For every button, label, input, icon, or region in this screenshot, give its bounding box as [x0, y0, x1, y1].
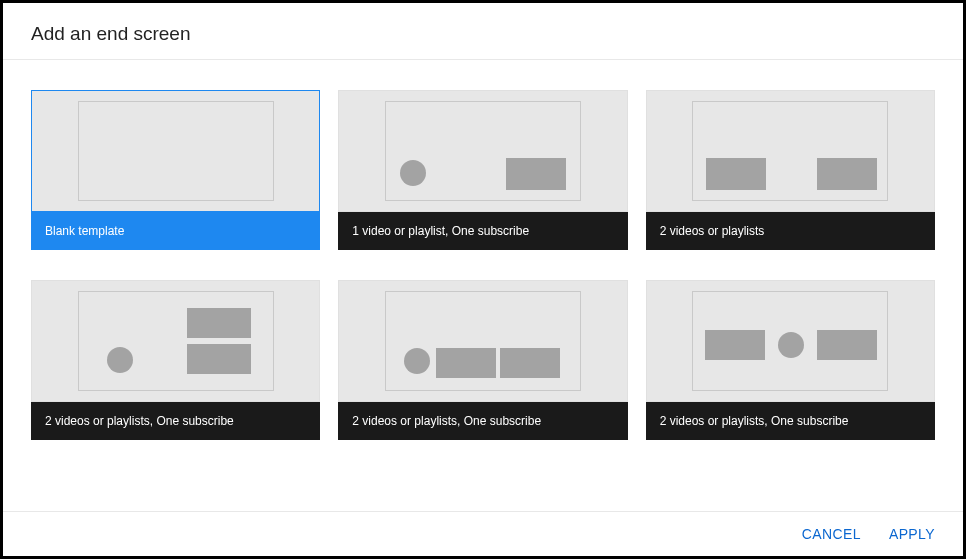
subscribe-circle-icon — [107, 347, 133, 373]
template-label: 1 video or playlist, One subscribe — [338, 212, 627, 250]
video-rect-icon — [706, 158, 766, 190]
preview-inner — [385, 291, 581, 391]
video-rect-icon — [705, 330, 765, 360]
preview-inner — [78, 101, 274, 201]
video-rect-icon — [187, 344, 251, 374]
template-card-2videos[interactable]: 2 videos or playlists — [646, 90, 935, 250]
template-row-2: 2 videos or playlists, One subscribe 2 v… — [31, 280, 935, 440]
template-card-1video-subscribe[interactable]: 1 video or playlist, One subscribe — [338, 90, 627, 250]
template-preview — [646, 90, 935, 212]
video-rect-icon — [187, 308, 251, 338]
end-screen-dialog: Add an end screen Blank template 1 video… — [3, 3, 963, 556]
template-card-2videos-subscribe-c[interactable]: 2 videos or playlists, One subscribe — [646, 280, 935, 440]
video-rect-icon — [436, 348, 496, 378]
subscribe-circle-icon — [778, 332, 804, 358]
template-preview — [338, 280, 627, 402]
preview-inner — [78, 291, 274, 391]
dialog-title: Add an end screen — [31, 23, 935, 45]
preview-inner — [385, 101, 581, 201]
apply-button[interactable]: APPLY — [889, 526, 935, 542]
template-label: Blank template — [31, 212, 320, 250]
template-label: 2 videos or playlists, One subscribe — [31, 402, 320, 440]
template-label: 2 videos or playlists, One subscribe — [338, 402, 627, 440]
template-card-blank[interactable]: Blank template — [31, 90, 320, 250]
dialog-header: Add an end screen — [3, 3, 963, 60]
preview-inner — [692, 291, 888, 391]
video-rect-icon — [506, 158, 566, 190]
cancel-button[interactable]: CANCEL — [802, 526, 861, 542]
video-rect-icon — [817, 158, 877, 190]
template-row-1: Blank template 1 video or playlist, One … — [31, 90, 935, 250]
template-preview — [646, 280, 935, 402]
template-card-2videos-subscribe-b[interactable]: 2 videos or playlists, One subscribe — [338, 280, 627, 440]
dialog-footer: CANCEL APPLY — [3, 511, 963, 556]
preview-inner — [692, 101, 888, 201]
subscribe-circle-icon — [404, 348, 430, 374]
dialog-body: Blank template 1 video or playlist, One … — [3, 60, 963, 511]
template-preview — [338, 90, 627, 212]
template-label: 2 videos or playlists, One subscribe — [646, 402, 935, 440]
video-rect-icon — [500, 348, 560, 378]
video-rect-icon — [817, 330, 877, 360]
subscribe-circle-icon — [400, 160, 426, 186]
template-label: 2 videos or playlists — [646, 212, 935, 250]
template-card-2videos-subscribe-a[interactable]: 2 videos or playlists, One subscribe — [31, 280, 320, 440]
template-preview — [31, 280, 320, 402]
template-preview — [31, 90, 320, 212]
